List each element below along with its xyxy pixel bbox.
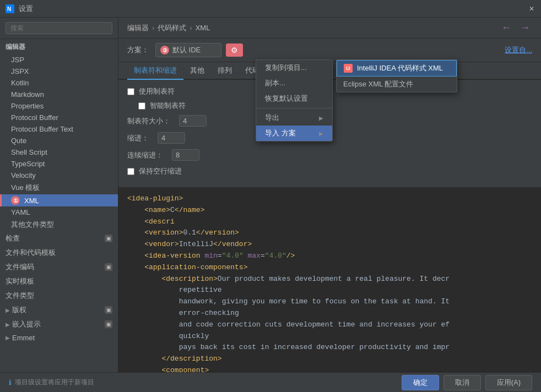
sidebar-group-file-type-label: 文件类型: [6, 291, 34, 301]
code-line-11: repetitive: [118, 285, 541, 296]
indent-input[interactable]: [158, 132, 185, 144]
submenu-intellij-label: IntelliJ IDEA 代码样式 XML: [357, 63, 443, 73]
indent-label: 缩进：: [127, 133, 149, 143]
continuous-indent-input[interactable]: [172, 149, 199, 161]
dropdown-copy-label: 副本...: [265, 78, 285, 88]
continuous-indent-row: 连续缩进：: [127, 149, 532, 161]
sidebar-group-inspection[interactable]: 检查 ▣: [0, 231, 118, 246]
sidebar-item-jsp[interactable]: JSP: [0, 54, 118, 66]
content-header: 编辑器 › 代码样式 › XML ← →: [118, 18, 541, 39]
dropdown-copy[interactable]: 副本...: [256, 75, 332, 91]
breadcrumb-editor: 编辑器: [127, 23, 149, 33]
code-line-14: and code correction cuts development tim…: [118, 319, 541, 331]
sidebar-item-qute[interactable]: Qute: [0, 135, 118, 146]
sidebar-item-kotlin[interactable]: Kotlin: [0, 77, 118, 89]
inlay-hint-badge: ▣: [105, 320, 112, 328]
tab-arrange[interactable]: 排列: [211, 62, 239, 80]
submenu-eclipse-label: Eclipse XML 配置文件: [343, 79, 413, 89]
code-line-3: <descri: [118, 216, 541, 228]
copyright-arrow: ▶: [6, 307, 10, 313]
gear-button[interactable]: ⚙: [226, 43, 243, 57]
sidebar-item-xml-label: XML: [24, 197, 39, 205]
inlay-hint-arrow: ▶: [6, 322, 10, 328]
dropdown-copy-to-project[interactable]: 复制到项目...: [256, 60, 332, 75]
scheme-dropdown[interactable]: ② 默认 IDE: [155, 43, 221, 57]
sidebar-item-yaml[interactable]: YAML: [0, 206, 118, 218]
use-tab-char-label: 使用制表符: [139, 86, 175, 96]
sidebar-item-properties[interactable]: Properties: [0, 100, 118, 112]
smart-tab-label: 智能制表符: [150, 101, 186, 111]
continuous-indent-label: 连续缩进：: [127, 150, 163, 160]
close-button[interactable]: ✕: [528, 5, 535, 13]
tab-size-input[interactable]: [179, 115, 207, 127]
scheme-value: 默认 IDE: [172, 45, 201, 55]
intellij-icon: IJ: [344, 64, 353, 73]
bottom-buttons: 确定 取消 应用(A): [402, 375, 532, 390]
dropdown-export[interactable]: 导出 ▶: [256, 110, 332, 126]
tab-other[interactable]: 其他: [183, 62, 211, 80]
bottom-info: ℹ 项目级设置将应用于新项目: [9, 378, 397, 387]
sidebar-group-file-encoding[interactable]: 文件编码 ▣: [0, 260, 118, 274]
dropdown-import[interactable]: 导入 方案 ▶: [256, 126, 332, 141]
confirm-button[interactable]: 确定: [402, 375, 439, 390]
sidebar-group-emmet-label: Emmet: [12, 334, 35, 342]
settings-link[interactable]: 设置自...: [505, 45, 532, 55]
sidebar-group-inlay-hint[interactable]: ▶ 嵌入提示 ▣: [0, 317, 118, 331]
sidebar-item-shell-script[interactable]: Shell Script: [0, 146, 118, 158]
nav-forward-button[interactable]: →: [518, 22, 532, 34]
sidebar-item-protocol-buffer[interactable]: Protocol Buffer: [0, 112, 118, 123]
xml-badge: ①: [11, 196, 20, 205]
sidebar-item-xml[interactable]: ① XML: [0, 194, 118, 206]
code-line-5: <vendor>IntelliJ</vendor>: [118, 239, 541, 251]
code-line-17: </description>: [118, 353, 541, 365]
file-encoding-badge: ▣: [105, 263, 112, 271]
copyright-badge: ▣: [105, 306, 112, 314]
breadcrumb-xml: XML: [196, 24, 210, 32]
keep-indent-checkbox[interactable]: [127, 168, 134, 175]
sidebar-item-typescript[interactable]: TypeScript: [0, 158, 118, 170]
use-tab-char-checkbox[interactable]: [127, 88, 134, 95]
submenu: IJ IntelliJ IDEA 代码样式 XML Eclipse XML 配置…: [336, 59, 457, 92]
sidebar-group-file-type[interactable]: 文件类型: [0, 288, 118, 303]
sidebar-group-copyright-label: 版权: [12, 305, 26, 315]
sidebar-group-inspection-label: 检查: [6, 233, 20, 243]
breadcrumb: 编辑器 › 代码样式 › XML: [127, 23, 210, 33]
scheme-bar: 方案： ② 默认 IDE ⚙ 设置自...: [118, 39, 541, 62]
dropdown-restore-default[interactable]: 恢复默认设置: [256, 91, 332, 106]
scheme-icon: ②: [160, 46, 169, 55]
dropdown-restore-label: 恢复默认设置: [265, 94, 308, 104]
title-bar: N 设置 ✕: [0, 0, 541, 18]
code-line-15: quickly: [118, 331, 541, 342]
sidebar-item-jspx[interactable]: JSPX: [0, 66, 118, 77]
sidebar-group-file-code-template[interactable]: 文件和代码模板: [0, 246, 118, 260]
code-line-8: <application-components>: [118, 262, 541, 274]
apply-button[interactable]: 应用(A): [485, 375, 532, 390]
breadcrumb-sep1: ›: [152, 24, 154, 32]
sidebar-item-vue[interactable]: Vue 模板: [0, 181, 118, 194]
smart-tab-checkbox[interactable]: [138, 102, 145, 110]
inspection-badge: ▣: [105, 235, 112, 242]
submenu-eclipse-xml[interactable]: Eclipse XML 配置文件: [337, 77, 457, 92]
sidebar-group-copyright[interactable]: ▶ 版权 ▣: [0, 303, 118, 317]
search-input[interactable]: [6, 22, 112, 34]
code-line-12: handwork, giving you more time to focus …: [118, 296, 541, 308]
sidebar-group-file-encoding-label: 文件编码: [6, 262, 34, 272]
nav-back-button[interactable]: ←: [499, 22, 513, 34]
info-icon: ℹ: [9, 379, 12, 386]
sidebar-group-live-template[interactable]: 实时模板: [0, 274, 118, 288]
cancel-button[interactable]: 取消: [443, 375, 481, 390]
sidebar-search-container: [0, 18, 118, 39]
submenu-intellij-xml[interactable]: IJ IntelliJ IDEA 代码样式 XML: [337, 60, 457, 77]
sidebar-item-markdown[interactable]: Markdown: [0, 89, 118, 100]
sidebar-group-file-code-label: 文件和代码模板: [6, 248, 56, 258]
sidebar-group-live-template-label: 实时模板: [6, 276, 34, 286]
tab-indent[interactable]: 制表符和缩进: [127, 62, 183, 80]
dropdown-import-label: 导入 方案: [265, 128, 296, 138]
sidebar-item-other-file[interactable]: 其他文件类型: [0, 218, 118, 231]
sidebar-item-velocity[interactable]: Velocity: [0, 170, 118, 181]
scheme-label: 方案：: [127, 45, 149, 55]
code-line-2: <name>C</name>: [118, 205, 541, 216]
bottom-info-text: 项目级设置将应用于新项目: [15, 378, 94, 387]
sidebar-item-protocol-buffer-text[interactable]: Protocol Buffer Text: [0, 123, 118, 135]
sidebar-group-emmet[interactable]: ▶ Emmet: [0, 331, 118, 344]
